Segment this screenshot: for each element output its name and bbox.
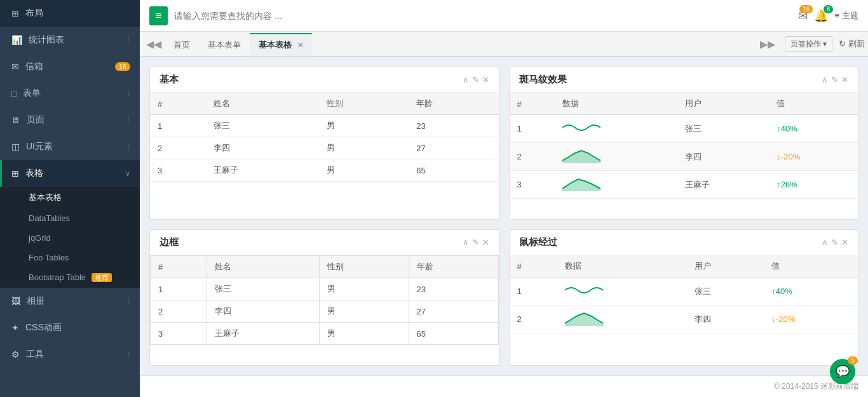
theme-label: 主题 [842, 10, 858, 22]
tab-basic-table[interactable]: 基本表格 ✕ [250, 33, 312, 56]
col-age: 年龄 [409, 93, 498, 115]
card-bordered: 边框 ∧ ✎ ✕ # 姓名 性别 年龄 [149, 229, 499, 366]
collapse-icon[interactable]: ∧ [822, 75, 828, 84]
menu-toggle-button[interactable]: ≡ [149, 6, 168, 25]
table-row: 1张三男23 [151, 278, 499, 300]
close-icon[interactable]: ✕ [482, 238, 489, 247]
footer: © 2014-2015 迷彩前后端 [140, 375, 868, 397]
striped-table: # 数据 用户 值 1张三↑40%2李四↓-20%3王麻子↑26% [510, 93, 858, 199]
card-hover-tools: ∧ ✎ ✕ [822, 238, 848, 247]
sidebar-item-datatables[interactable]: DataTables [0, 208, 140, 228]
col-val: 值 [764, 255, 858, 278]
sidebar-item-mail[interactable]: ✉ 信箱 16 [0, 53, 140, 80]
sidebar-item-label: 布局 [25, 8, 130, 19]
sidebar-item-tools[interactable]: ⚙ 工具 〈 [0, 341, 140, 368]
chevron-right-icon: 〈 [123, 36, 130, 45]
card-bordered-body: # 姓名 性别 年龄 1张三男232李四男273王麻子男65 [150, 255, 499, 345]
sidebar-item-bootstrap-table[interactable]: Bootstrap Table 推荐 [0, 267, 140, 288]
sidebar-item-jqgrid[interactable]: jqGrid [0, 228, 140, 248]
table-row: 2李四男27 [151, 300, 499, 323]
sidebar-item-layout[interactable]: ⊞ 布局 [0, 0, 140, 27]
chevron-right-icon: 〈 [123, 297, 130, 306]
card-striped-tools: ∧ ✎ ✕ [822, 75, 848, 84]
table-row: 3王麻子↑26% [510, 171, 858, 199]
collapse-icon[interactable]: ∧ [463, 238, 469, 247]
card-basic-header: 基本 ∧ ✎ ✕ [150, 67, 499, 93]
sidebar-item-label: UI元素 [26, 141, 123, 152]
mail-count-badge: 16 [799, 5, 813, 13]
chart-icon: 📊 [11, 35, 22, 45]
sidebar-item-label: 工具 [26, 349, 123, 360]
refresh-button[interactable]: ↻ 刷新 [839, 38, 865, 50]
tab-operations-button[interactable]: 页签操作 ▾ [785, 36, 832, 52]
tab-basic-list[interactable]: 基本表单 [199, 33, 250, 56]
page-icon: 🖥 [11, 115, 20, 125]
sidebar-item-footables[interactable]: Foo Tables [0, 248, 140, 267]
col-name: 姓名 [207, 256, 320, 278]
settings-icon[interactable]: ✎ [831, 238, 838, 247]
search-input[interactable] [174, 11, 798, 21]
col-user: 用户 [687, 255, 764, 278]
chat-bubble-button[interactable]: 💬 5 [830, 359, 855, 384]
main-area: ≡ ✉ 16 🔔 8 ≡ 主题 ◀◀ 首页 基本表单 基本表格 ✕ [140, 0, 868, 397]
card-striped-title: 斑马纹效果 [519, 74, 567, 86]
chevron-right-icon: 〈 [123, 350, 130, 360]
mail-button[interactable]: ✉ 16 [798, 9, 808, 23]
sidebar-item-album[interactable]: 🖼 相册 〈 [0, 288, 140, 314]
sidebar-item-ui[interactable]: ◫ UI元素 〈 [0, 133, 140, 160]
tab-actions: ▶▶ 页签操作 ▾ ↻ 刷新 [757, 36, 865, 52]
mail-badge: 16 [115, 62, 130, 71]
settings-icon[interactable]: ✎ [831, 75, 838, 84]
sidebar-item-page[interactable]: 🖥 页面 〈 [0, 107, 140, 133]
sidebar-item-basic-table[interactable]: 基本表格 [0, 187, 140, 208]
sidebar-submenu-table: 基本表格 DataTables jqGrid Foo Tables Bootst… [0, 187, 140, 288]
sidebar: ⊞ 布局 📊 统计图表 〈 ✉ 信箱 16 □ 表单 〈 🖥 页面 〈 ◫ UI… [0, 0, 140, 397]
theme-button[interactable]: ≡ 主题 [834, 10, 858, 22]
tab-back-button[interactable]: ◀◀ [143, 38, 165, 50]
theme-icon: ≡ [834, 11, 839, 20]
tab-close-button[interactable]: ✕ [297, 41, 303, 49]
content-area: 基本 ∧ ✎ ✕ # 姓名 性别 年龄 [140, 57, 868, 375]
sidebar-item-charts[interactable]: 📊 统计图表 〈 [0, 27, 140, 53]
sidebar-item-form[interactable]: □ 表单 〈 [0, 80, 140, 107]
settings-icon[interactable]: ✎ [472, 75, 479, 84]
tab-home[interactable]: 首页 [165, 33, 199, 56]
card-bordered-title: 边框 [159, 236, 179, 248]
chevron-right-icon: 〈 [123, 89, 130, 98]
col-val: 值 [769, 93, 858, 115]
topbar-icons: ✉ 16 🔔 8 ≡ 主题 [798, 9, 858, 23]
sidebar-item-label: 表格 [25, 168, 125, 179]
sidebar-item-css[interactable]: ✦ CSS动画 [0, 314, 140, 341]
card-bordered-header: 边框 ∧ ✎ ✕ [150, 230, 499, 255]
close-icon[interactable]: ✕ [841, 75, 848, 84]
settings-icon[interactable]: ✎ [472, 238, 479, 247]
close-icon[interactable]: ✕ [482, 75, 489, 84]
chevron-down-icon: ∨ [125, 170, 130, 178]
card-basic-tools: ∧ ✎ ✕ [463, 75, 489, 84]
table-row: 1张三男23 [150, 115, 499, 137]
table-row: 3王麻子男65 [150, 159, 499, 182]
close-icon[interactable]: ✕ [841, 238, 848, 247]
form-icon: □ [11, 88, 17, 98]
tools-icon: ⚙ [11, 349, 20, 360]
table-row: 2李四↓-20% [510, 143, 858, 171]
collapse-icon[interactable]: ∧ [463, 75, 469, 84]
table-icon: ⊞ [11, 168, 19, 178]
album-icon: 🖼 [11, 296, 20, 306]
collapse-icon[interactable]: ∧ [822, 238, 828, 247]
chat-badge: 5 [848, 356, 858, 365]
card-striped-header: 斑马纹效果 ∧ ✎ ✕ [510, 67, 858, 93]
card-striped-body: # 数据 用户 值 1张三↑40%2李四↓-20%3王麻子↑26% [510, 93, 858, 199]
bell-button[interactable]: 🔔 8 [814, 9, 828, 23]
mail-icon: ✉ [11, 62, 19, 72]
table-row: 1张三↑40% [510, 115, 858, 143]
sidebar-item-table[interactable]: ⊞ 表格 ∨ [0, 160, 140, 187]
col-num: # [510, 255, 558, 278]
tab-forward-button[interactable]: ▶▶ [757, 38, 778, 50]
css-icon: ✦ [11, 323, 19, 333]
ui-icon: ◫ [11, 142, 20, 152]
card-basic: 基本 ∧ ✎ ✕ # 姓名 性别 年龄 [149, 67, 499, 220]
topbar: ≡ ✉ 16 🔔 8 ≡ 主题 [140, 0, 868, 32]
card-striped: 斑马纹效果 ∧ ✎ ✕ # 数据 用户 值 [509, 67, 859, 220]
hover-table: # 数据 用户 值 1张三↑40%2李四↓-20% [510, 255, 858, 333]
